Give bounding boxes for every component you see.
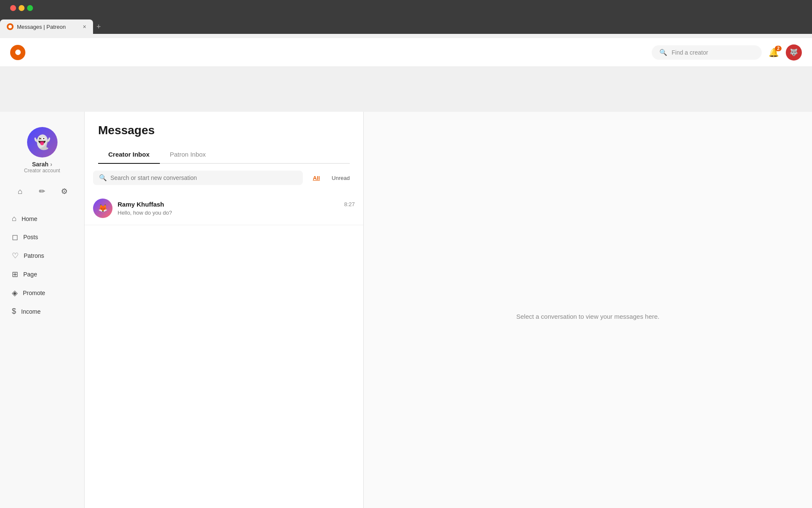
find-creator-search[interactable]: 🔍 Find a creator — [652, 45, 762, 60]
tab-creator-inbox[interactable]: Creator Inbox — [98, 146, 160, 164]
sidebar: 👻 Sarah Creator account ⌂ ✏ ⚙ ⌂ Home ◻ P… — [0, 112, 85, 508]
sidebar-item-posts[interactable]: ◻ Posts — [3, 228, 81, 246]
conversation-name: Ramy Khuffash — [118, 201, 164, 208]
tab-favicon — [7, 23, 14, 30]
new-tab-button[interactable]: + — [96, 22, 101, 31]
content-area: Messages Creator Inbox Patron Inbox 🔍 Al… — [85, 112, 812, 508]
find-creator-placeholder: Find a creator — [672, 49, 708, 56]
conversation-list: 🦊 Ramy Khuffash 8:27 Hello, how do you d… — [85, 192, 363, 508]
posts-icon: ◻ — [12, 232, 18, 242]
filter-tabs: All Unread — [308, 172, 355, 184]
filter-unread[interactable]: Unread — [326, 172, 355, 184]
notification-button[interactable]: 🔔 2 — [768, 47, 779, 58]
traffic-lights — [5, 5, 38, 11]
profile-avatar: 👻 — [27, 127, 58, 157]
maximize-window-button[interactable] — [27, 5, 33, 11]
conversation-item[interactable]: 🦊 Ramy Khuffash 8:27 Hello, how do you d… — [85, 192, 363, 225]
promote-icon: ◈ — [12, 288, 18, 298]
sidebar-edit-icon[interactable]: ✏ — [35, 184, 50, 199]
notification-badge: 2 — [775, 46, 782, 51]
sidebar-icon-actions: ⌂ ✏ ⚙ — [0, 180, 84, 206]
home-icon: ⌂ — [12, 214, 16, 223]
conversation-time: 8:27 — [344, 201, 355, 207]
avatar: 🦊 — [93, 199, 112, 218]
conversation-header: Ramy Khuffash 8:27 — [118, 201, 355, 208]
sidebar-item-label: Promote — [23, 290, 45, 296]
tab-title: Messages | Patreon — [17, 24, 80, 30]
chat-empty-state: Select a conversation to view your messa… — [364, 112, 812, 508]
sidebar-nav: ⌂ Home ◻ Posts ♡ Patrons ⊞ Page ◈ Prom — [0, 206, 84, 508]
sidebar-item-promote[interactable]: ◈ Promote — [3, 284, 81, 302]
sidebar-item-label: Posts — [23, 234, 38, 240]
sidebar-item-patrons[interactable]: ♡ Patrons — [3, 247, 81, 265]
chat-panel: Select a conversation to view your messa… — [364, 112, 812, 508]
minimize-window-button[interactable] — [19, 5, 25, 11]
profile-name[interactable]: Sarah — [32, 161, 52, 168]
messages-header: Messages Creator Inbox Patron Inbox — [85, 112, 363, 164]
tab-patron-inbox[interactable]: Patron Inbox — [160, 146, 216, 164]
sidebar-settings-icon[interactable]: ⚙ — [57, 184, 72, 199]
user-avatar[interactable]: 🐺 — [786, 44, 802, 61]
inbox-tabs: Creator Inbox Patron Inbox — [98, 146, 350, 164]
patreon-logo — [10, 45, 25, 60]
search-input[interactable] — [110, 174, 297, 181]
close-window-button[interactable] — [10, 5, 16, 11]
sidebar-item-label: Page — [23, 271, 37, 278]
income-icon: $ — [12, 307, 16, 316]
patrons-icon: ♡ — [12, 251, 19, 260]
conversation-preview: Hello, how do you do? — [118, 210, 355, 216]
active-tab[interactable]: Messages | Patreon × — [0, 19, 93, 34]
avatar-image: 🦊 — [93, 199, 112, 218]
messages-search-bar[interactable]: 🔍 — [93, 171, 303, 185]
tab-bar: Messages | Patreon × + — [0, 16, 812, 34]
tab-close-button[interactable]: × — [83, 23, 86, 30]
filter-all[interactable]: All — [308, 172, 325, 184]
messages-panel: Messages Creator Inbox Patron Inbox 🔍 Al… — [85, 112, 364, 508]
sidebar-item-income[interactable]: $ Income — [3, 303, 81, 320]
search-icon: 🔍 — [659, 49, 667, 56]
search-icon: 🔍 — [99, 174, 107, 182]
sidebar-item-page[interactable]: ⊞ Page — [3, 265, 81, 283]
sidebar-item-home[interactable]: ⌂ Home — [3, 210, 81, 227]
page-title: Messages — [98, 124, 350, 137]
patreon-logo-icon — [10, 45, 25, 60]
messages-toolbar: 🔍 All Unread — [85, 164, 363, 192]
sidebar-item-label: Patrons — [24, 252, 44, 259]
sidebar-home-icon[interactable]: ⌂ — [13, 184, 28, 199]
conversation-content: Ramy Khuffash 8:27 Hello, how do you do? — [118, 201, 355, 216]
profile-subtitle: Creator account — [24, 168, 60, 174]
main-layout: 🔍 Find a creator 🔔 2 🐺 👻 Sarah Creator a… — [0, 83, 812, 508]
title-bar — [0, 0, 812, 16]
page-icon: ⊞ — [12, 270, 18, 279]
sidebar-item-label: Home — [22, 215, 37, 222]
sidebar-item-label: Income — [21, 308, 41, 315]
chat-empty-text: Select a conversation to view your messa… — [516, 313, 660, 320]
sidebar-profile: 👻 Sarah Creator account — [0, 119, 84, 180]
topnav-right: 🔍 Find a creator 🔔 2 🐺 — [652, 44, 802, 61]
